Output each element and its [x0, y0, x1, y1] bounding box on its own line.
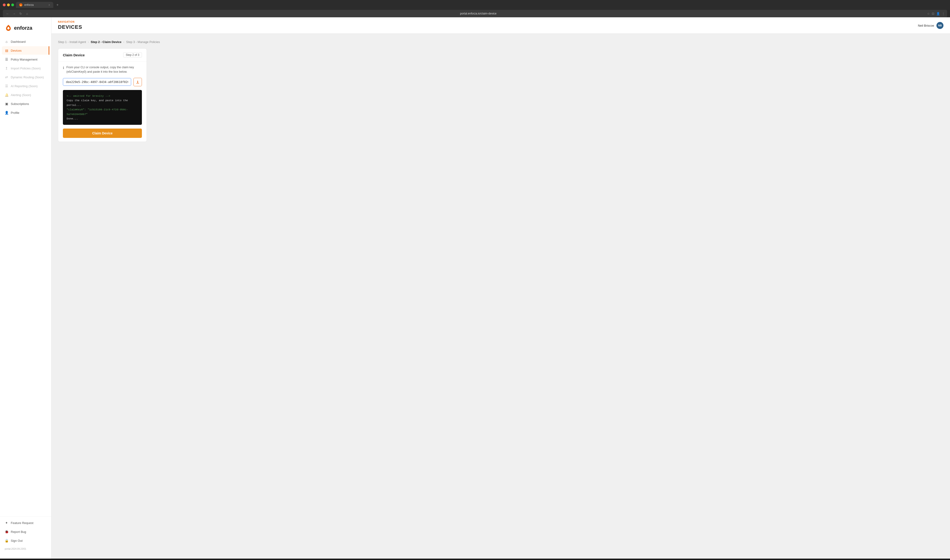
tab-title: enforza	[24, 3, 47, 6]
info-text: From your CLI or console output, copy th…	[66, 65, 142, 74]
sidebar-item-profile[interactable]: 👤 Profile	[2, 108, 49, 117]
minimize-window-button[interactable]	[7, 3, 10, 6]
card-body: ℹ From your CLI or console output, copy …	[58, 62, 146, 142]
topbar-left: NAVIGATION DEVICES	[58, 21, 82, 30]
sidebar-item-sign-out[interactable]: 🔒 Sign Out	[2, 536, 49, 545]
terminal-line-2: Copy the claim key, and paste into the p…	[67, 98, 138, 107]
info-row: ℹ From your CLI or console output, copy …	[63, 65, 142, 74]
logo-text: enforza	[14, 25, 32, 31]
alert-icon: 🔔	[5, 93, 8, 97]
claim-key-input-row	[63, 78, 142, 86]
sidebar-item-import-policies: ↥ Import Policies (Soon)	[2, 64, 49, 72]
new-tab-button[interactable]: +	[55, 3, 60, 7]
nav-items: ⌂ Dashboard ▤ Devices ☰ Policy Managemen…	[0, 37, 51, 512]
sidebar-bottom: ✦ Feature Request 🐞 Report Bug 🔒 Sign Ou…	[0, 517, 51, 554]
logo: enforza	[0, 22, 51, 37]
info-icon: ℹ	[63, 65, 64, 70]
sidebar-item-feature-request[interactable]: ✦ Feature Request	[2, 518, 49, 527]
reload-button[interactable]: ↻	[18, 12, 23, 15]
download-icon	[136, 80, 140, 84]
bug-icon: 🐞	[5, 530, 8, 534]
devices-icon: ▤	[5, 49, 8, 52]
sidebar-item-dynamic-routing: ⇄ Dynamic Routing (Soon)	[2, 73, 49, 82]
sidebar-item-label: Feature Request	[11, 521, 34, 525]
logo-icon	[5, 24, 12, 32]
user-name: Neil Briscoe	[918, 24, 934, 27]
page-title: DEVICES	[58, 24, 82, 30]
tab-favicon: 🔥	[19, 3, 22, 6]
sidebar-item-policy-management[interactable]: ☰ Policy Management	[2, 55, 49, 63]
nav-label: NAVIGATION	[58, 21, 82, 23]
breadcrumb-step3[interactable]: Step 3 - Manage Policies	[126, 40, 160, 44]
version-label: portal-2024.09.23/01	[2, 546, 49, 552]
routing-icon: ⇄	[5, 75, 8, 79]
claim-device-card: Claim Device Step 2 of 3 ℹ From your CLI…	[58, 48, 147, 142]
claim-key-input[interactable]	[63, 78, 131, 86]
step-badge: Step 2 of 3	[123, 52, 142, 57]
sidebar-item-label: Alerting (Soon)	[11, 93, 31, 97]
maximize-window-button[interactable]	[11, 3, 14, 6]
terminal-line-3: "claimKey0": "1cb15108-21c9-472d-9b0c-5a…	[67, 107, 138, 116]
close-window-button[interactable]	[3, 3, 6, 6]
claim-device-button[interactable]: Claim Device	[63, 129, 142, 138]
breadcrumb-sep-1: ›	[88, 40, 89, 44]
tab-close-button[interactable]: ×	[49, 3, 50, 6]
user-icon[interactable]: 👤	[936, 12, 940, 15]
sidebar-item-label: Sign Out	[11, 539, 23, 543]
user-avatar: NB	[936, 22, 944, 29]
url-display[interactable]: portal.enforza.io/claim-device	[31, 12, 925, 15]
sidebar: enforza ⌂ Dashboard ▤ Devices ☰ Policy M…	[0, 17, 51, 558]
sidebar-item-label: Devices	[11, 49, 22, 52]
sidebar-item-ai-reporting: ☰ AI Reporting (Soon)	[2, 82, 49, 90]
breadcrumb-step1[interactable]: Step 1 - Install Agent	[58, 40, 86, 44]
sidebar-item-label: Subscriptions	[11, 102, 29, 106]
card-header: Claim Device Step 2 of 3	[58, 49, 146, 62]
card-title: Claim Device	[63, 53, 85, 57]
sidebar-item-devices[interactable]: ▤ Devices	[2, 46, 49, 55]
home-button[interactable]: ⌂	[25, 12, 29, 15]
sidebar-item-label: Dashboard	[11, 40, 26, 43]
import-icon: ↥	[5, 66, 8, 70]
traffic-lights	[3, 3, 14, 6]
back-button[interactable]: ←	[5, 12, 10, 15]
sidebar-item-label: Import Policies (Soon)	[11, 67, 41, 70]
extensions-icon[interactable]: ⊡	[932, 12, 935, 15]
terminal-output: <-- omitted for brevity --> Copy the cla…	[63, 90, 142, 125]
terminal-line-4: Done...	[67, 116, 138, 121]
download-button[interactable]	[134, 78, 142, 86]
sidebar-item-subscriptions[interactable]: ▣ Subscriptions	[2, 100, 49, 108]
sidebar-item-label: AI Reporting (Soon)	[11, 85, 38, 88]
sign-out-icon: 🔒	[5, 539, 8, 543]
menu-icon[interactable]: ⋮	[942, 12, 945, 15]
content-area: Step 1 - Install Agent › Step 2 - Claim …	[51, 34, 950, 558]
terminal-line-1: <-- omitted for brevity -->	[67, 94, 138, 98]
dashboard-icon: ⌂	[5, 40, 8, 43]
browser-tab[interactable]: 🔥 enforza ×	[16, 2, 53, 8]
sidebar-item-label: Dynamic Routing (Soon)	[11, 75, 44, 79]
main-content: NAVIGATION DEVICES Neil Briscoe NB Step …	[51, 17, 950, 558]
topbar-right: Neil Briscoe NB	[918, 22, 944, 29]
topbar: NAVIGATION DEVICES Neil Briscoe NB	[51, 17, 950, 34]
policy-icon: ☰	[5, 57, 8, 61]
sidebar-item-label: Report Bug	[11, 530, 26, 534]
browser-actions: ☆ ⊡ 👤 ⋮	[927, 12, 945, 15]
breadcrumb-sep-2: ›	[123, 40, 124, 44]
subscriptions-icon: ▣	[5, 102, 8, 106]
sidebar-item-label: Profile	[11, 111, 19, 114]
breadcrumb-step2[interactable]: Step 2 - Claim Device	[91, 40, 122, 44]
breadcrumb: Step 1 - Install Agent › Step 2 - Claim …	[58, 40, 944, 44]
feature-request-icon: ✦	[5, 521, 8, 525]
profile-icon: 👤	[5, 111, 8, 114]
sidebar-item-report-bug[interactable]: 🐞 Report Bug	[2, 528, 49, 536]
sidebar-item-label: Policy Management	[11, 58, 37, 61]
bookmark-icon[interactable]: ☆	[927, 12, 930, 15]
ai-icon: ☰	[5, 84, 8, 88]
sidebar-item-dashboard[interactable]: ⌂ Dashboard	[2, 37, 49, 46]
address-bar: ← → ↻ ⌂ portal.enforza.io/claim-device ☆…	[3, 10, 947, 17]
forward-button[interactable]: →	[12, 12, 16, 15]
sidebar-item-alerting: 🔔 Alerting (Soon)	[2, 91, 49, 99]
